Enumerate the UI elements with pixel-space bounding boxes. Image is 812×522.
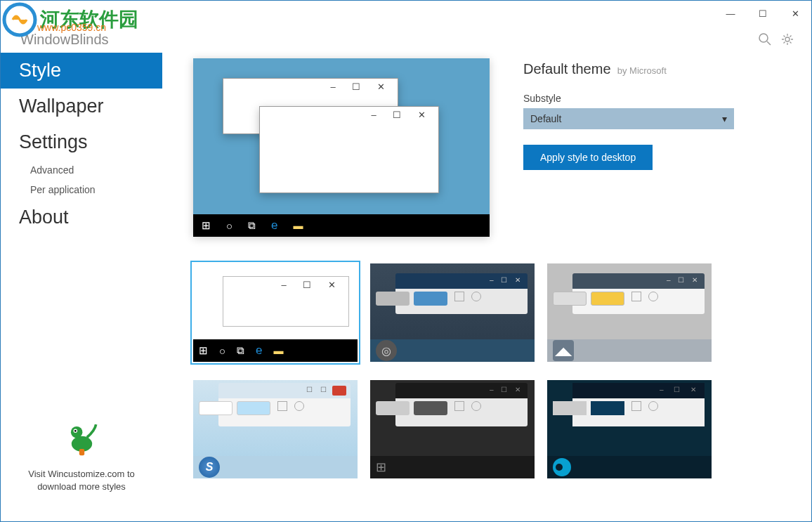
chevron-down-icon: ▾ (722, 113, 727, 124)
nav-about[interactable]: About (1, 200, 162, 235)
substyle-label: Substyle (523, 93, 762, 104)
taskview-icon: ⧉ (237, 344, 244, 357)
svg-point-3 (785, 37, 790, 41)
folder-icon: ▬ (274, 345, 284, 356)
footer-text[interactable]: Visit Wincustomize.com to download more … (22, 468, 141, 493)
theme-title: Default theme by Microsoft (523, 61, 762, 77)
app-logo: WindowBlinds (20, 32, 109, 48)
apply-style-button[interactable]: Apply style to desktop (523, 145, 653, 170)
theme-thumbnail[interactable]: – ☐ ✕ ⊞ ○ ⧉ e ▬ (193, 263, 358, 362)
theme-thumbnail[interactable]: – ☐ ✕ (547, 380, 712, 478)
nav-style[interactable]: Style (1, 53, 162, 89)
substyle-select[interactable]: Default ▾ (523, 108, 734, 129)
maximize-button[interactable]: ☐ (747, 3, 779, 24)
theme-thumbnail[interactable]: – ☐ ✕ ◢◣ (547, 263, 712, 362)
sidebar-footer: Visit Wincustomize.com to download more … (1, 404, 162, 521)
substyle-value: Default (530, 113, 561, 124)
folder-icon: ▬ (294, 220, 303, 231)
svg-rect-8 (79, 449, 84, 455)
start-icon: ◢◣ (553, 340, 574, 361)
svg-point-7 (74, 430, 76, 432)
window-controls-icon: – ☐ ✕ (223, 79, 398, 95)
window-controls-icon: – ☐ ✕ (260, 107, 438, 123)
cortana-icon: ○ (219, 345, 225, 357)
gear-icon[interactable] (780, 32, 794, 46)
edge-icon: e (271, 218, 277, 233)
svg-point-1 (759, 34, 768, 42)
nav-settings-per-application[interactable]: Per application (1, 180, 162, 200)
theme-thumbnail[interactable]: – ☐ ✕ ◎ (370, 263, 535, 362)
svg-line-2 (767, 41, 771, 45)
cortana-icon: ○ (226, 220, 233, 232)
preview-taskbar: ⊞ ○ ⧉ e ▬ (193, 214, 490, 237)
start-icon (553, 458, 571, 476)
theme-thumbnail[interactable]: ☐ ☐ S (193, 380, 358, 478)
mascot-icon (63, 418, 101, 457)
close-button[interactable]: ✕ (779, 3, 811, 24)
nav-settings-advanced[interactable]: Advanced (1, 160, 162, 180)
edge-icon: e (256, 344, 262, 358)
theme-preview-large: – ☐ ✕ – ☐ ✕ ⊞ ○ ⧉ e ▬ (193, 58, 490, 237)
minimize-button[interactable]: — (714, 3, 747, 24)
start-icon: ◎ (376, 340, 397, 361)
nav-wallpaper[interactable]: Wallpaper (1, 89, 162, 124)
start-icon: ⊞ (202, 219, 211, 232)
nav-settings[interactable]: Settings (1, 124, 162, 160)
titlebar: — ☐ ✕ (1, 1, 811, 26)
taskview-icon: ⧉ (248, 219, 256, 232)
preview-window-front: – ☐ ✕ (259, 106, 439, 193)
sidebar: Style Wallpaper Settings Advanced Per ap… (1, 53, 162, 521)
search-icon[interactable] (758, 32, 772, 46)
start-icon: ⊞ (376, 459, 386, 475)
start-icon: S (199, 457, 220, 478)
app-name-suffix: Blinds (70, 32, 108, 47)
theme-thumbnail[interactable]: – ☐ ✕ ⊞ (370, 380, 535, 478)
app-name-prefix: Window (20, 32, 70, 47)
start-icon: ⊞ (199, 344, 208, 357)
header-row: WindowBlinds (1, 26, 811, 53)
